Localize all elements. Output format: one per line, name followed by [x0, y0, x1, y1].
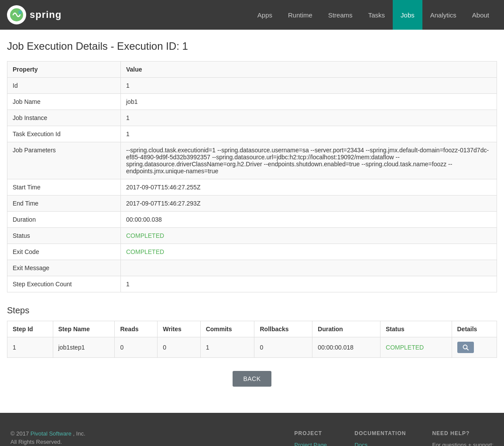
footer-rights: All Rights Reserved. [10, 439, 286, 445]
logo-text: spring [30, 9, 62, 21]
detail-value: 1 [121, 276, 497, 292]
steps-header: Writes [158, 321, 200, 337]
logo-icon [7, 5, 26, 24]
svg-line-3 [466, 349, 468, 350]
detail-property: End Time [7, 196, 121, 212]
footer-docs-heading: DOCUMENTATION [355, 430, 406, 436]
detail-property: Duration [7, 212, 121, 228]
detail-header-value: Value [121, 62, 497, 78]
steps-header: Rollbacks [254, 321, 312, 337]
footer: © 2017 Pivotal Software , Inc. All Right… [0, 413, 504, 446]
page-title: Job Execution Details - Execution ID: 1 [7, 40, 497, 52]
steps-details [452, 337, 497, 358]
footer-copyright: © 2017 Pivotal Software , Inc. [10, 430, 286, 437]
svg-point-1 [18, 10, 22, 14]
detail-value: COMPLETED [121, 244, 497, 260]
detail-value: --spring.cloud.task.executionid=1 --spri… [121, 142, 497, 179]
nav-analytics[interactable]: Analytics [422, 0, 464, 30]
detail-property: Exit Code [7, 244, 121, 260]
steps-cell: 0 [115, 337, 158, 358]
detail-value [121, 260, 497, 276]
back-section: BACK [7, 371, 497, 387]
footer-project-heading: PROJECT [295, 430, 329, 436]
detail-property: Job Instance [7, 110, 121, 126]
steps-heading: Steps [7, 305, 497, 316]
nav-apps[interactable]: Apps [250, 0, 280, 30]
steps-header: Reads [115, 321, 158, 337]
detail-property: Id [7, 78, 121, 94]
detail-value: 1 [121, 126, 497, 142]
detail-value: 2017-09-07T15:46:27.293Z [121, 196, 497, 212]
footer-help-heading: NEED HELP? [432, 430, 494, 436]
detail-value: 1 [121, 110, 497, 126]
detail-property: Job Name [7, 94, 121, 110]
steps-header: Step Id [7, 321, 53, 337]
back-button[interactable]: BACK [233, 371, 271, 387]
detail-value: 1 [121, 78, 497, 94]
detail-property: Step Execution Count [7, 276, 121, 292]
detail-property: Task Execution Id [7, 126, 121, 142]
nav-runtime[interactable]: Runtime [280, 0, 320, 30]
detail-header-property: Property [7, 62, 121, 78]
nav-tasks[interactable]: Tasks [360, 0, 393, 30]
main-content: Job Execution Details - Execution ID: 1 … [0, 30, 504, 413]
nav-streams[interactable]: Streams [320, 0, 360, 30]
detail-value: 2017-09-07T15:46:27.255Z [121, 179, 497, 196]
steps-cell: 1 [200, 337, 254, 358]
detail-property: Start Time [7, 179, 121, 196]
logo: spring [7, 5, 62, 24]
steps-cell: job1step1 [53, 337, 115, 358]
steps-header: Status [381, 321, 452, 337]
footer-help: NEED HELP? For questions + support: Stac… [432, 430, 494, 446]
detail-property: Status [7, 228, 121, 244]
navbar: spring Apps Runtime Streams Tasks Jobs A… [0, 0, 504, 30]
footer-help-text: For questions + support: [432, 442, 494, 446]
steps-cell: 0 [158, 337, 200, 358]
steps-search-button[interactable] [457, 342, 474, 353]
steps-header: Duration [312, 321, 381, 337]
footer-project: PROJECT Project Page Issue Tracker [295, 430, 329, 446]
detail-value: COMPLETED [121, 228, 497, 244]
table-row: 1job1step1001000:00:00.018COMPLETED [7, 337, 497, 358]
steps-cell: 1 [7, 337, 53, 358]
steps-cell: 00:00:00.018 [312, 337, 381, 358]
footer-columns: PROJECT Project Page Issue Tracker DOCUM… [295, 430, 494, 446]
nav-about[interactable]: About [464, 0, 497, 30]
steps-header: Step Name [53, 321, 115, 337]
footer-docs-link[interactable]: Docs [355, 442, 406, 446]
steps-status: COMPLETED [381, 337, 452, 358]
steps-cell: 0 [254, 337, 312, 358]
detail-property: Exit Message [7, 260, 121, 276]
detail-property: Job Parameters [7, 142, 121, 179]
footer-documentation: DOCUMENTATION Docs Sources Api Docs [355, 430, 406, 446]
steps-header: Details [452, 321, 497, 337]
detail-value: job1 [121, 94, 497, 110]
footer-company-link[interactable]: Pivotal Software [31, 430, 72, 437]
nav-links: Apps Runtime Streams Tasks Jobs Analytic… [250, 0, 497, 30]
footer-left: © 2017 Pivotal Software , Inc. All Right… [10, 430, 286, 446]
footer-project-page[interactable]: Project Page [295, 442, 329, 446]
nav-jobs[interactable]: Jobs [393, 0, 422, 30]
detail-value: 00:00:00.038 [121, 212, 497, 228]
steps-header: Commits [200, 321, 254, 337]
detail-table: Property Value Id1Job Namejob1Job Instan… [7, 61, 497, 292]
steps-table: Step IdStep NameReadsWritesCommitsRollba… [7, 321, 497, 358]
